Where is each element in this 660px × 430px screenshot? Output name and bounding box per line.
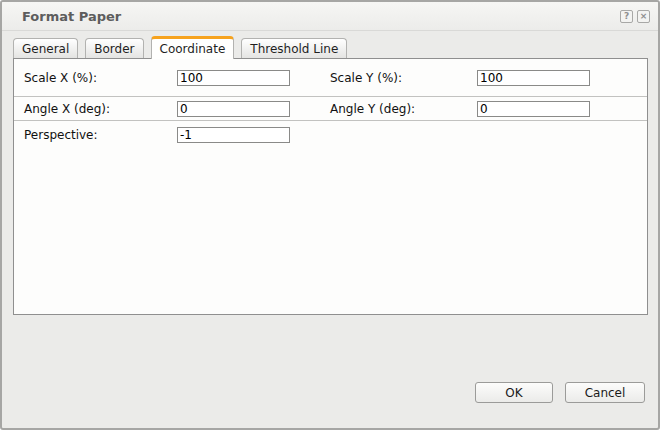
tab-bar: General Border Coordinate Threshold Line	[13, 36, 354, 58]
tab-general[interactable]: General	[13, 38, 78, 58]
scale-y-label: Scale Y (%):	[330, 71, 477, 85]
title-bar: Format Paper ? ×	[2, 2, 658, 31]
perspective-input[interactable]	[177, 127, 290, 143]
tab-threshold-line[interactable]: Threshold Line	[241, 38, 347, 58]
form-row-angle: Angle X (deg): Angle Y (deg):	[14, 97, 647, 120]
help-icon: ?	[624, 11, 629, 21]
form-row-perspective: Perspective:	[14, 121, 647, 148]
cancel-button[interactable]: Cancel	[565, 382, 645, 403]
angle-x-input[interactable]	[177, 101, 290, 117]
scale-x-input[interactable]	[177, 70, 290, 86]
format-paper-dialog: Format Paper ? × General Border Coordina…	[0, 0, 660, 430]
close-button[interactable]: ×	[637, 10, 650, 23]
scale-x-label: Scale X (%):	[24, 71, 177, 85]
coordinate-tab-panel: Scale X (%): Scale Y (%): Angle X (deg):…	[13, 58, 648, 315]
angle-y-label: Angle Y (deg):	[330, 102, 477, 116]
help-button[interactable]: ?	[620, 10, 633, 23]
form-row-scale: Scale X (%): Scale Y (%):	[14, 59, 647, 96]
ok-button[interactable]: OK	[475, 382, 553, 403]
close-icon: ×	[640, 11, 648, 21]
dialog-title: Format Paper	[22, 9, 616, 24]
tab-border[interactable]: Border	[85, 38, 143, 58]
tab-coordinate[interactable]: Coordinate	[151, 36, 235, 59]
scale-y-input[interactable]	[477, 70, 590, 86]
perspective-label: Perspective:	[24, 128, 177, 142]
angle-x-label: Angle X (deg):	[24, 102, 177, 116]
angle-y-input[interactable]	[477, 101, 590, 117]
